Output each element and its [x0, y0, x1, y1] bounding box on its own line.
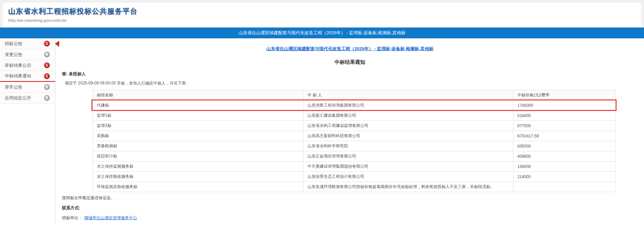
contact-line-tenderer: 招标单位：聊城市位山灌区管理服务中心 — [62, 215, 644, 221]
sidebar-item-contract-info[interactable]: 合同信息公开 0 — [0, 93, 55, 103]
count-badge: 1 — [44, 62, 50, 68]
sidebar-item-label: 异常公告 — [5, 84, 22, 90]
table-row: 环保监测及验收服务标 山东东晟环境检测有限公司投标价格超最高限价作无效标处理，剩… — [93, 182, 616, 192]
table-row: 监理2标 山东省水利工程建设监理有限公司 877500 — [93, 121, 616, 131]
main-content: 山东省位山灌区续建配套与现代化改造工程（2025年） - 监理标,设备标,检测标… — [56, 38, 644, 226]
salutation-text: 致: 各投标人 — [62, 71, 644, 77]
current-item-arrow-icon — [55, 41, 59, 47]
project-detail-link[interactable]: 山东省位山灌区续建配套与现代化改造工程（2025年） - 监理标,设备标,检测标… — [56, 46, 644, 52]
cell-section: 监理1标 — [93, 111, 303, 121]
cell-winner: 山东新汇建设集团有限公司 — [303, 111, 513, 121]
cell-winner: 山东润鲁工程咨询集团有限公司 — [303, 100, 513, 111]
cell-winner: 山东省水利科学研究院 — [303, 141, 513, 151]
sidebar-item-evaluation-result[interactable]: 评标结果公示 1 — [0, 60, 55, 71]
cell-section: 采购标 — [93, 131, 303, 141]
sidebar-item-abnormal-announcement[interactable]: 异常公告 0 — [0, 82, 55, 93]
bid-result-table-container: 标段名称 中 标 人 中标价格(元)/费率 代建标 山东润鲁工程咨询集团有限公司… — [92, 90, 616, 192]
deposit-note: 按招标文件规定退还保证金。 — [62, 195, 644, 201]
project-title-banner: 山东省位山灌区续建配套与现代化改造工程（2025年） - 监理标,设备标,检测标… — [0, 27, 644, 38]
table-row: 水土保持验收服务标 山东绿景生态工程设计有限公司 114000 — [93, 172, 616, 182]
sidebar-item-label: 变更公告 — [5, 52, 22, 58]
sidebar-item-label: 评标结果公示 — [5, 62, 31, 69]
cell-section: 质量检测标 — [93, 141, 303, 151]
opening-info-text: 项目于 2025-09-09 09:00:00 开标，发包人已确定中标人，详见下… — [65, 80, 644, 86]
table-row: 跟踪审计标 山东正益项目管理有限公司 406600 — [93, 151, 616, 162]
cell-price: 158000 — [513, 162, 616, 172]
table-row: 水土保持监测服务标 中天昊建设管理集团股份有限公司 158000 — [93, 162, 616, 172]
tenderer-link[interactable]: 聊城市位山灌区管理服务中心 — [84, 215, 137, 220]
cell-winner: 山东东晟环境检测有限公司投标价格超最高限价作无效标处理，剩余有效投标人不足三家，… — [303, 182, 513, 192]
cell-section: 监理2标 — [93, 121, 303, 131]
page-header: 山东省水利工程招标投标公共服务平台 http://wr.shandong.gov… — [0, 0, 644, 27]
tenderer-label: 招标单位： — [62, 215, 82, 220]
col-header-price: 中标价格(元)/费率 — [513, 90, 616, 100]
sidebar-item-tender-announcement[interactable]: 招标公告 1 — [0, 38, 55, 49]
project-title-text: 山东省位山灌区续建配套与现代化改造工程（2025年） - 监理标,设备标,检测标… — [238, 30, 405, 35]
table-row: 质量检测标 山东省水利科学研究院 835000 — [93, 141, 616, 151]
table-row: 代建标 山东润鲁工程咨询集团有限公司 1745000 — [93, 100, 616, 111]
sidebar-item-label: 招标公告 — [5, 41, 22, 47]
bid-result-table: 标段名称 中 标 人 中标价格(元)/费率 代建标 山东润鲁工程咨询集团有限公司… — [92, 90, 616, 192]
cell-section: 水土保持验收服务标 — [93, 172, 303, 182]
cell-section: 水土保持监测服务标 — [93, 162, 303, 172]
col-header-section-name: 标段名称 — [93, 90, 303, 100]
site-url: http://wr.shandong.gov.cn/dzzb/ — [8, 18, 641, 22]
cell-winner: 山东正益项目管理有限公司 — [303, 151, 513, 162]
col-header-winner: 中 标 人 — [303, 90, 513, 100]
cell-price: 1745000 — [513, 100, 616, 111]
cell-winner: 山东绿景生态工程设计有限公司 — [303, 172, 513, 182]
notice-title: 中标结果通知 — [56, 59, 644, 65]
cell-price: 835000 — [513, 141, 616, 151]
table-row: 监理1标 山东新汇建设集团有限公司 518800 — [93, 111, 616, 121]
count-badge: 0 — [44, 95, 50, 101]
count-badge: 0 — [44, 84, 50, 90]
cell-price — [513, 182, 616, 192]
count-badge: 1 — [44, 73, 50, 79]
sidebar-item-change-announcement[interactable]: 变更公告 0 — [0, 49, 55, 60]
sidebar-item-award-notice[interactable]: 中标结果通知 1 — [0, 71, 55, 82]
cell-price: 6702417.59 — [513, 131, 616, 141]
site-title: 山东省水利工程招标投标公共服务平台 — [8, 6, 641, 16]
sidebar-item-label: 合同信息公开 — [5, 95, 31, 101]
table-header-row: 标段名称 中 标 人 中标价格(元)/费率 — [93, 90, 616, 100]
table-row: 采购标 山东禹王新材料科技有限公司 6702417.59 — [93, 131, 616, 141]
cell-winner: 中天昊建设管理集团股份有限公司 — [303, 162, 513, 172]
count-badge: 1 — [44, 41, 50, 46]
cell-winner: 山东禹王新材料科技有限公司 — [303, 131, 513, 141]
cell-section: 环保监测及验收服务标 — [93, 182, 303, 192]
count-badge: 0 — [44, 52, 50, 57]
sidebar-item-label: 中标结果通知 — [5, 73, 31, 79]
cell-price: 406600 — [513, 151, 616, 162]
cell-section: 代建标 — [93, 100, 303, 111]
site-header-panel: 山东省水利工程招标投标公共服务平台 http://wr.shandong.gov… — [3, 3, 641, 27]
cell-price: 877500 — [513, 121, 616, 131]
cell-section: 跟踪审计标 — [93, 151, 303, 162]
contact-heading: 联系方式: — [62, 205, 644, 211]
sidebar: 招标公告 1 变更公告 0 评标结果公示 1 中标结果通知 1 异常公告 0 合… — [0, 38, 56, 226]
cell-price: 518800 — [513, 111, 616, 121]
cell-winner: 山东省水利工程建设监理有限公司 — [303, 121, 513, 131]
cell-price: 114000 — [513, 172, 616, 182]
